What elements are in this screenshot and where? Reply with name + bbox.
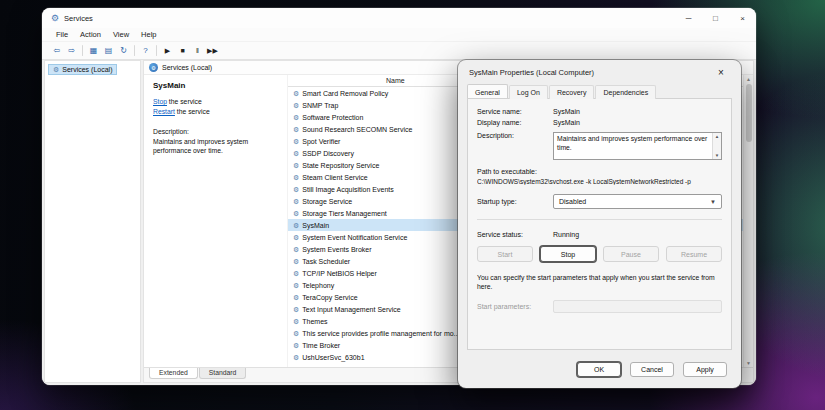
dialog-title: SysMain Properties (Local Computer) [469,68,707,77]
apply-button[interactable]: Apply [683,362,727,377]
restart-service-icon[interactable]: ▶▶ [205,43,220,58]
service-name: Themes [302,318,327,325]
chevron-down-icon: ▼ [710,199,716,205]
tree-item-label: Services (Local) [62,66,112,73]
desc-scroll-down-icon[interactable]: ▼ [715,153,719,158]
service-gear-icon: ⚙ [293,342,299,349]
service-gear-icon: ⚙ [293,90,299,97]
menu-item[interactable]: File [50,30,74,39]
tree-item-services-local[interactable]: ⚙ Services (Local) [48,64,117,75]
service-gear-icon: ⚙ [293,162,299,169]
stop-link-suffix: the service [167,98,202,105]
general-tab-page: Service name: SysMain Display name: SysM… [467,98,732,350]
close-button[interactable]: × [729,8,756,28]
service-name-value: SysMain [553,108,580,115]
service-gear-icon: ⚙ [293,270,299,277]
dialog-tab[interactable]: General [467,84,508,98]
description-textbox-value: Maintains and improves system performanc… [554,133,712,159]
service-name: TeraCopy Service [302,294,357,301]
restart-service-link[interactable]: Restart [153,108,175,115]
titlebar[interactable]: ⚙ Services ─ □ × [42,8,756,28]
list-scrollbar[interactable]: ▲ ▼ [743,75,753,367]
service-gear-icon: ⚙ [293,306,299,313]
pause-button: Pause [603,246,659,262]
menu-item[interactable]: View [107,30,135,39]
stop-service-link[interactable]: Stop [153,98,167,105]
service-name: Spot Verifier [302,138,340,145]
window-title: Services [64,14,670,23]
dialog-tab[interactable]: Dependencies [595,85,656,99]
display-name-label: Display name: [477,119,553,126]
description-scrollbar[interactable]: ▲ ▼ [712,133,721,159]
dialog-tab[interactable]: Recovery [549,85,595,99]
toolbar: ⇦⇨▦▤↻?▶■‖▶▶ [42,41,756,60]
pause-service-icon[interactable]: ‖ [190,43,205,58]
show-console-tree-icon[interactable]: ▦ [86,43,101,58]
service-name: Steam Client Service [302,174,367,181]
service-control-buttons: Start Stop Pause Resume [477,246,722,262]
service-gear-icon: ⚙ [293,198,299,205]
service-gear-icon: ⚙ [293,114,299,121]
service-name: System Event Notification Service [302,234,407,241]
export-list-icon[interactable]: ▤ [101,43,116,58]
service-gear-icon: ⚙ [293,294,299,301]
view-mode-tab[interactable]: Extended [149,368,198,379]
view-mode-tab[interactable]: Standard [199,368,247,379]
stop-service-icon[interactable]: ■ [175,43,190,58]
desc-scroll-up-icon[interactable]: ▲ [715,134,719,139]
service-name: SNMP Trap [302,102,338,109]
start-button: Start [477,246,533,262]
service-gear-icon: ⚙ [293,186,299,193]
help-icon[interactable]: ? [138,43,153,58]
ok-button[interactable]: OK [577,362,621,377]
path-to-executable-value: C:\WINDOWS\system32\svchost.exe -k Local… [477,178,722,185]
dialog-tabs: GeneralLog OnRecoveryDependencies [458,84,741,98]
extended-info-pane: SysMain Stop the service Restart the ser… [144,75,288,367]
service-gear-icon: ⚙ [293,138,299,145]
start-parameters-hint: You can specify the start parameters tha… [477,273,722,291]
description-textbox[interactable]: Maintains and improves system performanc… [553,132,722,160]
service-name-label: Service name: [477,108,553,115]
sysmain-properties-dialog: SysMain Properties (Local Computer) × Ge… [458,60,741,388]
refresh-icon[interactable]: ↻ [116,43,131,58]
dialog-titlebar[interactable]: SysMain Properties (Local Computer) × [458,60,741,84]
menu-item[interactable]: Help [135,30,162,39]
startup-type-value: Disabled [559,198,586,205]
dialog-footer: OK Cancel Apply [458,350,741,388]
minimize-button[interactable]: ─ [675,8,702,28]
service-gear-icon: ⚙ [293,246,299,253]
service-name: Telephony [302,282,334,289]
dialog-close-button[interactable]: × [707,63,735,81]
maximize-button[interactable]: □ [702,8,729,28]
cancel-button[interactable]: Cancel [630,362,674,377]
service-name: State Repository Service [302,162,379,169]
start-service-icon[interactable]: ▶ [160,43,175,58]
description-label: Description: [153,128,278,135]
service-gear-icon: ⚙ [293,150,299,157]
service-name: TCP/IP NetBIOS Helper [302,270,377,277]
menu-bar: FileActionViewHelp [42,28,756,41]
service-gear-icon: ⚙ [293,330,299,337]
service-gear-icon: ⚙ [293,258,299,265]
scroll-down-icon[interactable]: ▼ [746,360,751,366]
dialog-tab[interactable]: Log On [509,85,548,99]
service-gear-icon: ⚙ [293,234,299,241]
console-tree-pane: ⚙ Services (Local) [44,60,141,383]
scroll-up-icon[interactable]: ▲ [746,76,751,82]
selected-service-title: SysMain [153,81,278,90]
startup-type-dropdown[interactable]: Disabled ▼ [553,194,722,209]
service-action-links: Stop the service Restart the service [153,97,278,116]
scrollbar-thumb[interactable] [746,84,752,142]
services-app-icon: ⚙ [51,14,59,23]
service-name: Time Broker [302,342,340,349]
services-view-icon: ⚙ [149,63,158,72]
service-name: Smart Card Removal Policy [302,90,388,97]
back-icon[interactable]: ⇦ [49,43,64,58]
service-status-value: Running [553,231,579,238]
service-gear-icon: ⚙ [293,282,299,289]
service-name: This service provides profile management… [302,330,459,337]
stop-button[interactable]: Stop [540,246,596,262]
menu-item[interactable]: Action [74,30,107,39]
service-name: UshUserSvc_630b1 [302,354,364,361]
forward-icon[interactable]: ⇨ [64,43,79,58]
